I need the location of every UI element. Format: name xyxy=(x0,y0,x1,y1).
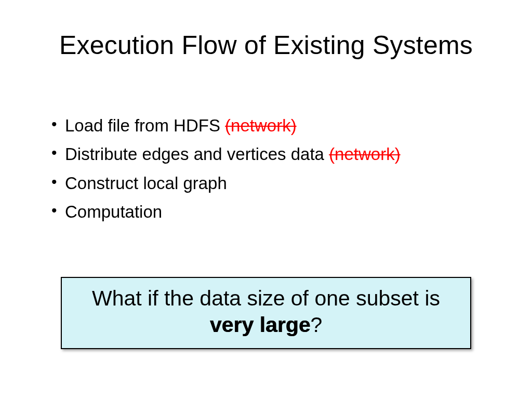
bullet-list: Load file from HDFS (network) Distribute… xyxy=(49,112,486,227)
bullet-text: Construct local graph xyxy=(65,174,227,193)
callout-bold: very large xyxy=(210,313,311,337)
slide-title: Execution Flow of Existing Systems xyxy=(0,30,532,60)
bullet-item: Construct local graph xyxy=(49,169,486,197)
callout-tail: ? xyxy=(310,313,322,337)
slide: Execution Flow of Existing Systems Load … xyxy=(0,0,532,399)
bullet-text: Distribute edges and vertices data xyxy=(65,144,329,164)
bullet-item: Load file from HDFS (network) xyxy=(49,112,486,139)
bullet-text: Load file from HDFS xyxy=(65,116,225,135)
bullet-text: Computation xyxy=(65,202,162,221)
bullet-annotation: (network) xyxy=(329,144,401,164)
bullet-item: Distribute edges and vertices data (netw… xyxy=(49,140,486,168)
bullet-annotation: (network) xyxy=(225,116,297,135)
callout-lead: What if the data size of one subset is xyxy=(92,286,440,310)
bullet-item: Computation xyxy=(49,198,486,225)
callout-box: What if the data size of one subset is v… xyxy=(61,277,471,349)
